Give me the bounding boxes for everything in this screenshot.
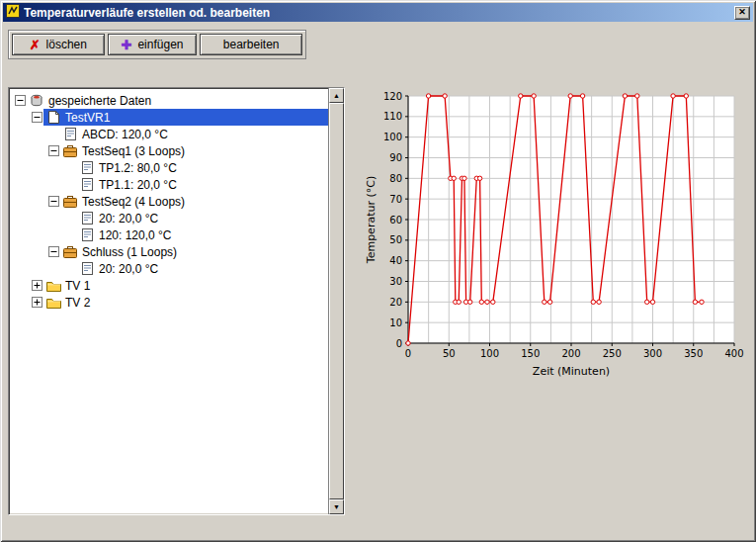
tree-item-schluss-1-loops[interactable]: Schluss (1 Loops) [9,243,328,260]
folder-icon [45,297,61,309]
button-label: löschen [46,38,87,51]
svg-text:110: 110 [383,111,402,122]
tree-item-label: Schluss (1 Loops) [82,245,177,259]
briefcase-icon [62,145,78,157]
arrow-down-icon: ▼ [333,503,340,510]
tree-item-gespeicherte-daten[interactable]: gespeicherte Daten [9,92,328,109]
tree-item-body: TestSeq2 (4 Loops) [60,193,328,210]
tree-item-testseq1-3-loops[interactable]: TestSeq1 (3 Loops) [9,142,328,159]
expander-minus-icon[interactable] [30,112,43,123]
scroll-down-button[interactable]: ▼ [329,499,344,514]
svg-text:90: 90 [389,152,402,163]
database-icon [29,94,44,108]
tree-item-body: 20: 20,0 °C [77,260,328,277]
tree-item-body: 120: 120,0 °C [77,226,328,243]
svg-text:70: 70 [389,194,402,205]
toolbar: ✗löschen✚einfügenbearbeiten [8,30,306,59]
tree-item-tv-2[interactable]: TV 2 [9,294,328,311]
tree-item-tp1-2-80-0-c[interactable]: TP1.2: 80,0 °C [9,159,328,176]
svg-text:Zeit (Minuten): Zeit (Minuten) [533,365,610,378]
tree-item-120-120-0-c[interactable]: 120: 120,0 °C [9,226,328,243]
tree-item-testvr1[interactable]: TestVR1 [9,109,328,126]
svg-text:200: 200 [561,348,580,359]
tree-item-20-20-0-c[interactable]: 20: 20,0 °C [9,260,328,277]
document-icon [79,161,95,174]
expander-plus-icon[interactable] [30,280,43,291]
svg-text:100: 100 [480,348,499,359]
briefcase-icon [62,196,78,208]
document-icon [79,212,95,225]
svg-text:0: 0 [396,338,402,349]
tree-item-20-20-0-c[interactable]: 20: 20,0 °C [9,210,328,226]
tree-item-label: ABCD: 120,0 °C [82,128,168,141]
tree-item-label: TestSeq2 (4 Loops) [82,195,185,209]
expander-minus-icon[interactable] [46,196,60,207]
close-button[interactable]: ✕ [734,6,750,20]
delete-x-icon: ✗ [30,39,41,51]
expander-minus-icon[interactable] [13,95,27,106]
tree-item-body: TV 2 [43,294,328,311]
tree-item-body: ABCD: 120,0 °C [60,126,328,142]
tree-item-label: TV 1 [65,279,90,293]
svg-text:120: 120 [383,91,402,102]
insert-plus-icon: ✚ [122,39,132,51]
tree-item-body: Schluss (1 Loops) [60,243,328,260]
svg-text:350: 350 [684,348,703,359]
document-icon [79,228,95,241]
arrow-up-icon: ▲ [333,92,340,99]
scroll-up-button[interactable]: ▲ [329,88,344,103]
tree-item-body: TestVR1 [43,109,328,126]
tree-item-label: TestSeq1 (3 Loops) [82,144,185,158]
tree-item-abcd-120-0-c[interactable]: ABCD: 120,0 °C [9,126,328,142]
scroll-thumb[interactable] [329,103,344,499]
dialog-window: Temperaturverläufe erstellen od. bearbei… [0,0,756,542]
titlebar: Temperaturverläufe erstellen od. bearbei… [3,3,753,22]
tree-scrollbar: ▲ ▼ [328,88,344,514]
tree-item-label: TP1.2: 80,0 °C [99,161,177,175]
window-title: Temperaturverläufe erstellen od. bearbei… [24,6,730,20]
document-icon [79,178,95,191]
expander-minus-icon[interactable] [46,246,60,257]
app-icon [6,4,20,22]
edit-button[interactable]: bearbeiten [200,34,302,55]
svg-text:80: 80 [389,173,402,184]
tree-panel: gespeicherte DatenTestVR1ABCD: 120,0 °CT… [8,87,345,515]
svg-text:50: 50 [443,348,456,359]
svg-text:40: 40 [389,255,402,266]
document-icon [62,128,78,140]
insert-button[interactable]: ✚einfügen [108,34,198,55]
chart-panel: 0501001502002503003504000102030405060708… [364,85,751,392]
svg-text:60: 60 [389,215,402,226]
close-icon: ✕ [738,8,746,17]
tree-item-tp1-1-20-0-c[interactable]: TP1.1: 20,0 °C [9,176,328,193]
tree-item-testseq2-4-loops[interactable]: TestSeq2 (4 Loops) [9,193,328,210]
button-label: einfügen [137,38,183,51]
briefcase-icon [62,246,78,258]
tree-item-label: 120: 120,0 °C [99,228,172,242]
tree-item-label: 20: 20,0 °C [99,212,158,226]
svg-text:30: 30 [389,276,402,287]
svg-text:150: 150 [521,348,540,359]
tree-item-body: TV 1 [43,277,328,294]
tree: gespeicherte DatenTestVR1ABCD: 120,0 °CT… [9,88,328,514]
tree-item-body: TP1.2: 80,0 °C [77,159,328,176]
tree-item-label: 20: 20,0 °C [99,262,158,276]
delete-button[interactable]: ✗löschen [12,34,105,55]
tree-item-body: TestSeq1 (3 Loops) [60,142,328,159]
tree-item-body: 20: 20,0 °C [77,210,328,226]
tree-item-label: gespeicherte Daten [48,94,151,108]
button-label: bearbeiten [223,38,280,51]
folder-icon [45,280,61,292]
svg-text:400: 400 [724,348,743,359]
svg-text:Temperatur (°C): Temperatur (°C) [365,176,378,264]
expander-minus-icon[interactable] [46,145,60,156]
expander-plus-icon[interactable] [30,297,43,308]
svg-text:10: 10 [389,317,402,328]
document-icon [79,262,95,275]
svg-text:50: 50 [389,234,402,245]
svg-text:100: 100 [383,132,402,142]
tree-item-tv-1[interactable]: TV 1 [9,277,328,294]
svg-text:300: 300 [643,348,662,359]
tree-item-body: TP1.1: 20,0 °C [77,176,328,193]
svg-text:0: 0 [405,348,411,359]
